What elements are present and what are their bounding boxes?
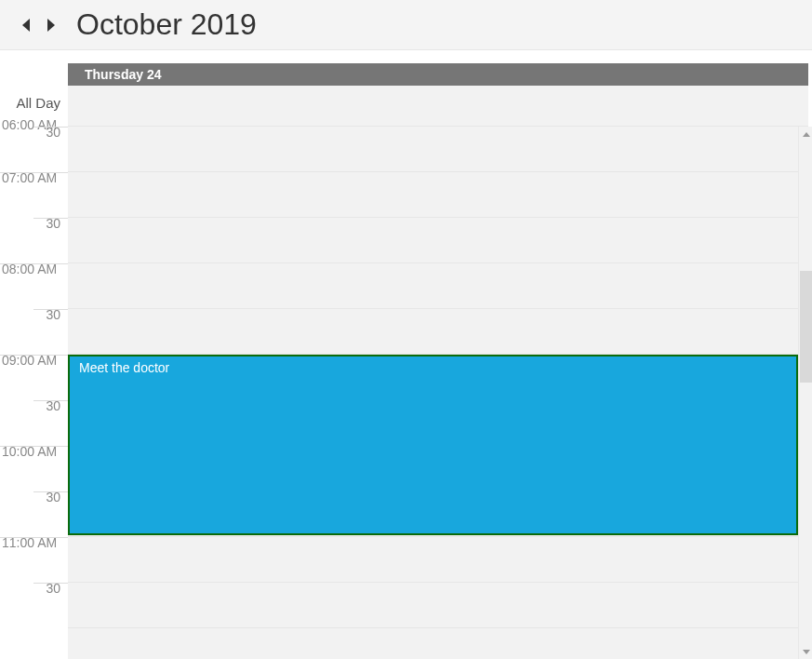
calendar-event[interactable]: Meet the doctor [68, 355, 798, 535]
scrollbar [798, 127, 812, 659]
time-label-half: 30 [0, 125, 68, 140]
scroll-up-button[interactable] [799, 127, 812, 141]
chevron-left-icon [21, 19, 32, 32]
time-slot[interactable] [68, 309, 812, 355]
time-slots[interactable]: Meet the doctor [68, 127, 812, 659]
day-header[interactable]: Thursday 24 [68, 63, 808, 86]
calendar-title: October 2019 [76, 7, 257, 42]
event-title: Meet the doctor [79, 360, 169, 375]
all-day-row: All Day [0, 86, 812, 127]
svg-marker-2 [803, 132, 810, 137]
nav-arrows [17, 14, 60, 36]
scroll-down-button[interactable] [799, 644, 812, 659]
caret-down-icon [803, 650, 810, 654]
time-label-half: 30 [0, 490, 68, 504]
prev-button[interactable] [17, 14, 35, 36]
calendar-body: Thursday 24 All Day 06:00 AM 3007:00 AM3… [0, 50, 812, 659]
chevron-right-icon [46, 19, 56, 32]
calendar-day-view: October 2019 Thursday 24 All Day 06:00 A… [0, 0, 812, 659]
time-slot[interactable] [68, 537, 812, 583]
svg-marker-3 [803, 650, 810, 654]
next-button[interactable] [41, 14, 60, 36]
time-label-half: 30 [0, 216, 68, 231]
time-gutter: 06:00 AM 3007:00 AM3008:00 AM3009:00 AM3… [0, 127, 68, 659]
time-label-half: 30 [0, 581, 68, 596]
time-label-hour: 11:00 AM [0, 535, 68, 550]
svg-marker-0 [22, 19, 30, 32]
time-slot[interactable] [68, 583, 812, 628]
time-slot[interactable] [68, 263, 812, 309]
time-label-half: 30 [0, 398, 68, 413]
time-slot[interactable] [68, 172, 812, 218]
calendar-header: October 2019 [0, 0, 812, 50]
svg-marker-1 [47, 19, 55, 32]
caret-up-icon [803, 132, 810, 137]
time-label-hour: 08:00 AM [0, 262, 68, 276]
time-label-hour: 09:00 AM [0, 353, 68, 368]
scrollbar-thumb[interactable] [800, 271, 812, 383]
time-label-hour: 07:00 AM [0, 170, 68, 185]
all-day-area[interactable] [68, 86, 808, 127]
time-label-half: 30 [0, 307, 68, 322]
time-label-hour: 10:00 AM [0, 444, 68, 459]
gutter-spacer [0, 63, 68, 86]
day-header-row: Thursday 24 [0, 63, 812, 86]
time-slot[interactable] [68, 218, 812, 263]
time-slot[interactable] [68, 127, 812, 172]
time-grid: 06:00 AM 3007:00 AM3008:00 AM3009:00 AM3… [0, 127, 812, 659]
